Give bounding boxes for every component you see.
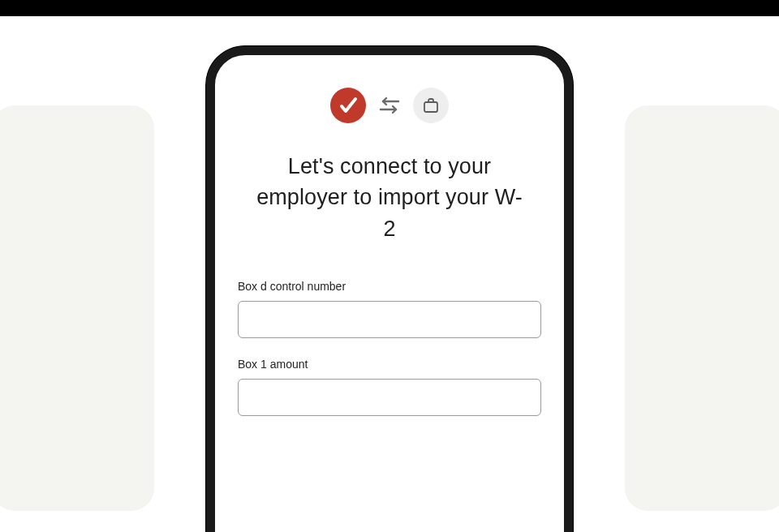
box-1-label: Box 1 amount (238, 358, 541, 371)
header-icon-row (330, 88, 449, 123)
form-group-box-d: Box d control number (238, 280, 541, 338)
box-d-input[interactable] (238, 301, 541, 338)
phone-frame: Let's connect to your employer to import… (206, 46, 573, 532)
page-title: Let's connect to your employer to import… (238, 151, 541, 244)
checkmark-icon (338, 95, 359, 116)
box-1-input[interactable] (238, 379, 541, 416)
svg-rect-2 (424, 102, 437, 112)
box-d-label: Box d control number (238, 280, 541, 293)
screen-content: Let's connect to your employer to import… (215, 55, 564, 435)
top-black-bar (0, 0, 779, 16)
background-panel-left (0, 105, 154, 511)
background-panel-right (625, 105, 779, 511)
briefcase-icon (422, 97, 440, 114)
swap-arrows-icon (377, 96, 402, 115)
employer-icon-circle (413, 88, 449, 123)
form-group-box-1: Box 1 amount (238, 358, 541, 416)
app-logo-circle (330, 88, 366, 123)
